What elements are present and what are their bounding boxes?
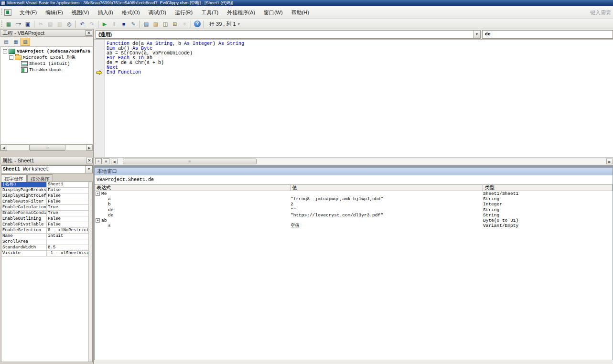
help-question-box[interactable]: 键入需要 <box>590 8 613 17</box>
property-name[interactable]: EnableFormatConditi <box>1 211 47 216</box>
code-hscroll-thumb[interactable]: III <box>123 159 257 164</box>
property-row[interactable]: EnableSelection0 - xlNoRestrictio <box>1 228 92 234</box>
toggle-folders-icon[interactable]: ▨ <box>21 38 30 46</box>
property-value[interactable]: False <box>47 199 92 204</box>
help-icon[interactable]: ? <box>193 20 202 28</box>
property-value[interactable]: False <box>47 193 92 199</box>
save-icon[interactable]: ▣ <box>23 20 32 28</box>
menu-item[interactable]: 工具(T) <box>197 7 223 18</box>
property-value[interactable]: True <box>47 205 92 210</box>
property-row[interactable]: EnableOutliningFalse <box>1 216 92 222</box>
property-value[interactable]: 8.5 <box>47 245 92 250</box>
project-tree[interactable]: -VBAProject (36d6caa7639fa76-Microsoft E… <box>0 47 93 144</box>
property-row[interactable]: StandardWidth8.5 <box>1 245 92 251</box>
property-value[interactable]: False <box>47 188 92 193</box>
view-code-icon[interactable]: ▤ <box>1 38 11 46</box>
locals-value[interactable]: 2 <box>290 202 483 207</box>
locals-row[interactable]: +MeSheet1/Sheet1 <box>95 191 613 196</box>
expand-plus-icon[interactable]: + <box>96 218 100 223</box>
property-name[interactable]: EnableAutoFilter <box>1 199 47 204</box>
column-type[interactable]: 类型 <box>483 185 613 191</box>
code-hscrollbar[interactable]: III <box>118 159 606 164</box>
design-mode-icon[interactable]: ✎ <box>129 20 138 28</box>
property-name[interactable]: EnablePivotTable <box>1 222 47 227</box>
menu-item[interactable]: 编辑(E) <box>41 7 67 18</box>
locals-row[interactable]: de""String <box>95 207 613 213</box>
stop-icon[interactable]: ■ <box>119 20 129 28</box>
chevron-down-icon[interactable]: ▼ <box>473 31 480 38</box>
property-row[interactable]: (名称)Sheet1 <box>1 182 92 188</box>
pause-icon[interactable]: ‖ <box>109 20 119 28</box>
object-browser-icon[interactable]: ◫ <box>161 20 170 28</box>
column-value[interactable]: 值 <box>290 185 483 191</box>
property-row[interactable]: Nameintuit <box>1 234 92 239</box>
locals-value[interactable]: 空值 <box>290 223 483 228</box>
tree-item[interactable]: -Microsoft Excel 对象 <box>0 54 93 61</box>
locals-value[interactable]: "https://lovecryst.com/dl3yr3.pdf" <box>290 213 483 218</box>
tab-alphabetic[interactable]: 按字母序 <box>1 174 27 182</box>
tree-item[interactable]: -VBAProject (36d6caa7639fa76 <box>0 48 93 54</box>
properties-grid[interactable]: (名称)Sheet1DisplayPageBreaksFalseDisplayR… <box>1 182 93 362</box>
project-hscrollbar[interactable]: ◀ lll ▶ <box>0 144 93 151</box>
code-margin[interactable] <box>94 40 105 157</box>
property-name[interactable]: EnableOutlining <box>1 216 47 222</box>
menu-item[interactable]: 插入(I) <box>93 7 117 18</box>
redo-icon[interactable]: ↷ <box>87 20 97 28</box>
locals-row[interactable]: a"frrnq8--jmtcapwqr,amk-bj1wp1,nbd"Strin… <box>95 196 613 202</box>
column-expression[interactable]: 表达式 <box>95 185 290 191</box>
menu-item[interactable]: 格式(O) <box>118 7 144 18</box>
property-value[interactable]: -1 - xlSheetVisibl <box>47 251 92 256</box>
menu-item[interactable]: 文件(F) <box>15 7 41 18</box>
tree-expander-icon[interactable]: - <box>3 49 7 54</box>
expand-plus-icon[interactable]: + <box>96 192 100 196</box>
property-row[interactable]: ScrollArea <box>1 239 92 245</box>
property-row[interactable]: DisplayRightToLeftFalse <box>1 193 92 199</box>
locals-hscrollbar[interactable] <box>94 360 613 364</box>
property-row[interactable]: EnablePivotTableFalse <box>1 222 92 228</box>
property-name[interactable]: DisplayPageBreaks <box>1 188 47 193</box>
property-name[interactable]: EnableCalculation <box>1 205 47 210</box>
property-value[interactable]: intuit <box>47 234 92 239</box>
undo-icon[interactable]: ↶ <box>77 20 87 28</box>
find-icon[interactable]: ◎ <box>65 20 74 28</box>
scroll-left-icon[interactable]: ◀ <box>0 145 7 150</box>
properties-panel-titlebar[interactable]: 属性 - Sheet1 ✕ <box>0 157 94 164</box>
locals-value[interactable] <box>290 218 483 223</box>
property-name[interactable]: Visible <box>1 251 47 256</box>
property-row[interactable]: EnableFormatConditiTrue <box>1 211 92 216</box>
object-selector-combo[interactable]: Sheet1 Worksheet ▼ <box>1 165 93 173</box>
toolbar-options-chevron[interactable]: ▾ <box>238 22 240 26</box>
menu-item[interactable]: 外接程序(A) <box>223 7 259 18</box>
tree-item[interactable]: Sheet1 (intuit) <box>0 61 93 67</box>
paste-icon[interactable]: ▥ <box>55 20 65 28</box>
object-dropdown[interactable]: (通用) ▼ <box>96 30 481 39</box>
menu-item[interactable]: 帮助(H) <box>287 7 313 18</box>
property-name[interactable]: EnableSelection <box>1 228 47 233</box>
chevron-down-icon[interactable]: ▼ <box>85 166 92 173</box>
scroll-left-icon[interactable]: ◀ <box>111 159 118 164</box>
msforms-icon[interactable]: ✳ <box>180 20 189 28</box>
property-row[interactable]: Visible-1 - xlSheetVisibl <box>1 251 92 257</box>
locals-value[interactable]: "" <box>290 207 483 213</box>
locals-row[interactable]: de"https://lovecryst.com/dl3yr3.pdf"Stri… <box>95 213 613 218</box>
property-row[interactable]: EnableAutoFilterFalse <box>1 199 92 205</box>
property-value[interactable] <box>47 239 92 245</box>
property-name[interactable]: Name <box>1 234 47 239</box>
menu-item[interactable]: 运行(R) <box>171 7 197 18</box>
menu-item[interactable]: 窗口(W) <box>259 7 287 18</box>
menu-item[interactable]: 视图(V) <box>67 7 94 18</box>
run-icon[interactable]: ▶ <box>100 20 109 28</box>
project-close-icon[interactable]: ✕ <box>86 30 92 36</box>
property-value[interactable]: True <box>47 211 92 216</box>
procedure-view-icon[interactable]: ≡ <box>95 158 102 164</box>
property-value[interactable]: Sheet1 <box>47 182 92 187</box>
property-value[interactable]: False <box>47 216 92 222</box>
locals-row[interactable]: b2Integer <box>95 202 613 207</box>
code-editor[interactable]: Function de(a As String, b As Integer) A… <box>94 40 613 157</box>
scroll-right-icon[interactable]: ▶ <box>86 145 93 150</box>
locals-row[interactable]: +abByte(0 to 31) <box>95 218 613 223</box>
properties-window-icon[interactable]: ▨ <box>151 20 161 28</box>
full-module-view-icon[interactable]: ≣ <box>103 158 109 164</box>
property-row[interactable]: DisplayPageBreaksFalse <box>1 188 92 193</box>
project-panel-titlebar[interactable]: 工程 - VBAProject ✕ <box>0 29 93 37</box>
